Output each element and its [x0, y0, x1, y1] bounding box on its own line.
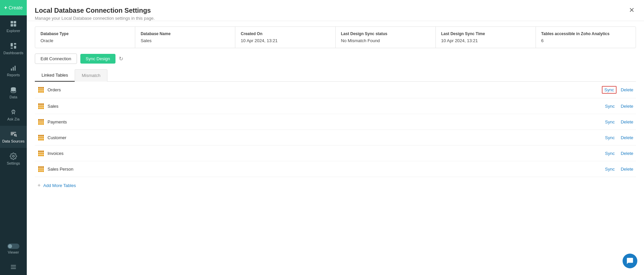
sidebar-item-label: Dashboards — [3, 51, 23, 55]
sidebar-item-label: Reports — [7, 73, 20, 77]
sidebar-item-ask-zia[interactable]: Ask Zia — [0, 104, 27, 126]
plus-icon: + — [4, 5, 7, 11]
info-label-db-name: Database Name — [141, 31, 230, 36]
table-name: Customer — [48, 135, 603, 140]
table-name: Payments — [48, 119, 603, 124]
page-header: Local Database Connection Settings Manag… — [27, 0, 644, 21]
svg-rect-2 — [11, 24, 13, 26]
info-cell-created-on: Created On 10 Apr 2024, 13:21 — [235, 27, 335, 48]
settings-icon — [10, 153, 17, 160]
edit-connection-button[interactable]: Edit Connection — [35, 54, 77, 64]
delete-button-payments[interactable]: Delete — [621, 119, 633, 124]
info-cell-sync-status: Last Design Sync status No Mismatch Foun… — [336, 27, 436, 48]
dashboards-icon — [10, 42, 17, 50]
svg-rect-8 — [11, 69, 12, 71]
sidebar-collapse-button[interactable] — [0, 259, 27, 275]
table-grid-icon — [37, 118, 44, 125]
chat-icon — [626, 257, 634, 265]
table-grid-icon — [37, 87, 44, 93]
svg-rect-9 — [13, 67, 14, 71]
info-value-sync-status: No Mismatch Found — [341, 38, 430, 43]
page-title: Local Database Connection Settings — [35, 7, 155, 14]
info-cell-db-name: Database Name Sales — [135, 27, 235, 48]
svg-rect-5 — [14, 43, 16, 45]
tab-mismatch[interactable]: Mismatch — [75, 69, 107, 82]
table-name: Orders — [48, 87, 602, 92]
info-table: Database Type Oracle Database Name Sales… — [35, 26, 636, 48]
sync-button-invoices[interactable]: Sync — [603, 150, 617, 157]
close-button[interactable]: ✕ — [628, 7, 636, 13]
add-more-tables-button[interactable]: + Add More Tables — [35, 177, 636, 194]
reports-icon — [10, 64, 17, 72]
table-actions: Sync Delete — [603, 150, 633, 157]
chat-bubble-button[interactable] — [623, 254, 637, 268]
sidebar-item-reports[interactable]: Reports — [0, 60, 27, 82]
svg-rect-4 — [11, 43, 13, 47]
info-cell-db-type: Database Type Oracle — [35, 27, 135, 48]
table-grid-icon — [37, 134, 44, 141]
data-sources-icon — [10, 130, 17, 138]
tabs-bar: Linked Tables Mismatch — [35, 69, 636, 82]
sync-button-sales-person[interactable]: Sync — [603, 166, 617, 172]
table-name: Sales Person — [48, 167, 603, 172]
svg-point-14 — [12, 155, 14, 157]
info-value-tables-count: 6 — [541, 38, 630, 43]
table-actions: Sync Delete — [602, 86, 633, 94]
info-value-sync-time: 10 Apr 2024, 13:21 — [441, 38, 530, 43]
explorer-icon — [10, 20, 17, 27]
sidebar-bottom: Viewer — [0, 239, 27, 275]
svg-rect-3 — [14, 24, 16, 26]
sync-button-payments[interactable]: Sync — [603, 119, 617, 125]
refresh-icon[interactable]: ↻ — [119, 56, 123, 62]
info-cell-tables-count: Tables accessible in Zoho Analytics 6 — [536, 27, 636, 48]
delete-button-invoices[interactable]: Delete — [621, 151, 633, 156]
info-label-sync-status: Last Design Sync status — [341, 31, 430, 36]
sidebar-item-data-sources[interactable]: Data Sources — [0, 126, 27, 148]
table-actions: Sync Delete — [603, 103, 633, 109]
delete-button-customer[interactable]: Delete — [621, 135, 633, 140]
svg-rect-7 — [14, 46, 16, 49]
info-label-db-type: Database Type — [41, 31, 130, 36]
table-row: Sales Sync Delete — [35, 98, 636, 114]
toggle-switch[interactable] — [7, 244, 19, 249]
info-cell-sync-time: Last Design Sync Time 10 Apr 2024, 13:21 — [436, 27, 536, 48]
table-row: Sales Person Sync Delete — [35, 161, 636, 177]
data-icon — [10, 86, 17, 94]
page-subtitle: Manage your Local Database connection se… — [35, 16, 155, 21]
sidebar-item-explorer[interactable]: Explorer — [0, 15, 27, 37]
sync-button-sales[interactable]: Sync — [603, 103, 617, 109]
sidebar-item-data[interactable]: Data — [0, 82, 27, 104]
sidebar-item-label: Data — [9, 95, 17, 99]
viewer-toggle[interactable]: Viewer — [0, 239, 27, 259]
sidebar: + Create Explorer Dashboards Reports Dat… — [0, 0, 27, 275]
table-row: Invoices Sync Delete — [35, 146, 636, 161]
sync-design-button[interactable]: Sync Design — [80, 54, 115, 64]
sidebar-item-label: Explorer — [7, 29, 20, 33]
info-value-db-type: Oracle — [41, 38, 130, 43]
sync-button-customer[interactable]: Sync — [603, 134, 617, 141]
table-row: Customer Sync Delete — [35, 130, 636, 146]
sync-button-orders[interactable]: Sync — [602, 86, 617, 94]
create-button[interactable]: + Create — [0, 0, 27, 15]
sidebar-item-settings[interactable]: Settings — [0, 148, 27, 170]
info-label-tables-count: Tables accessible in Zoho Analytics — [541, 31, 630, 36]
delete-button-sales-person[interactable]: Delete — [621, 167, 633, 172]
sidebar-item-dashboards[interactable]: Dashboards — [0, 37, 27, 60]
plus-icon: + — [37, 182, 41, 188]
page-title-group: Local Database Connection Settings Manag… — [35, 7, 155, 21]
table-name: Sales — [48, 104, 603, 109]
table-actions: Sync Delete — [603, 119, 633, 125]
table-row: Payments Sync Delete — [35, 114, 636, 130]
table-row: Orders Sync Delete — [35, 82, 636, 98]
tab-linked-tables[interactable]: Linked Tables — [35, 69, 75, 82]
info-label-created-on: Created On — [241, 31, 330, 36]
add-more-label: Add More Tables — [43, 183, 76, 188]
delete-button-sales[interactable]: Delete — [621, 104, 633, 109]
sidebar-item-label: Ask Zia — [7, 117, 20, 121]
collapse-icon — [10, 264, 17, 270]
svg-rect-1 — [14, 21, 16, 23]
table-grid-icon — [37, 150, 44, 157]
info-label-sync-time: Last Design Sync Time — [441, 31, 530, 36]
sidebar-item-label: Data Sources — [2, 139, 25, 143]
delete-button-orders[interactable]: Delete — [621, 87, 633, 92]
